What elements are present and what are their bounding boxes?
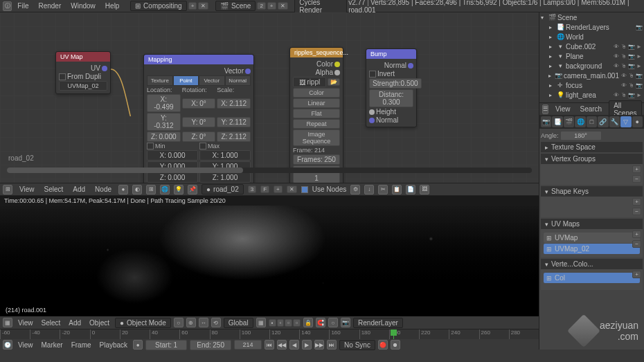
- outliner-item[interactable]: ▸▾Plane👁🖱📷►: [539, 51, 644, 61]
- tab-modifiers[interactable]: 🔧: [609, 116, 620, 127]
- restrict-icon[interactable]: 🖱: [628, 73, 635, 79]
- interpolation[interactable]: Linear: [293, 98, 340, 108]
- from-dupli-checkbox[interactable]: [59, 73, 66, 80]
- restrict-icon[interactable]: 🖱: [620, 63, 627, 69]
- tab-vector[interactable]: Vector: [199, 75, 225, 86]
- outliner-item[interactable]: ▸▾Cube.002👁🖱📷►: [539, 42, 644, 51]
- remove-scene-button[interactable]: ✕: [278, 2, 288, 10]
- outliner-item[interactable]: ▸💡light_area👁🖱📷►: [539, 90, 644, 100]
- panel-vertex-colors[interactable]: ▾ Verte...Colo...: [541, 259, 643, 269]
- uvmap-item-active[interactable]: ⊞ UVMap_02: [544, 244, 640, 254]
- info-icon[interactable]: ⓘ: [3, 1, 12, 11]
- node-mapping[interactable]: Mapping Vector Texture Point Vector Norm…: [143, 54, 254, 183]
- tab-render[interactable]: 📷: [541, 116, 551, 127]
- play-reverse-icon[interactable]: ◀: [289, 340, 299, 350]
- restrict-icon[interactable]: 👁: [613, 63, 620, 69]
- manipulator-icon[interactable]: ↔: [199, 318, 208, 327]
- loc-z[interactable]: Z: 0.000: [147, 132, 181, 142]
- outliner-item[interactable]: ▸🌐World: [539, 32, 644, 42]
- scene-dropdown[interactable]: 🎬Scene: [215, 1, 256, 11]
- restrict-icon[interactable]: 📷: [636, 24, 643, 30]
- distance-field[interactable]: Distanc: 0.300: [369, 89, 413, 107]
- renderlayer-dropdown[interactable]: RenderLayer: [353, 318, 403, 328]
- menu-playback[interactable]: Playback: [97, 341, 131, 350]
- remove-button[interactable]: −: [632, 208, 641, 215]
- rot-x[interactable]: X: 0°: [182, 98, 216, 109]
- extension[interactable]: Repeat: [293, 119, 340, 129]
- node-options-icon[interactable]: ⚙: [350, 185, 360, 194]
- tab-layers[interactable]: 📑: [552, 116, 562, 127]
- start-frame[interactable]: Start: 1: [145, 340, 187, 350]
- orientation-dropdown[interactable]: Global: [224, 318, 253, 328]
- disclosure-icon[interactable]: ▾: [541, 15, 546, 21]
- node-uvmap[interactable]: UV Map UV From Dupli UVMap_02: [55, 51, 111, 94]
- timeline[interactable]: -60 -40 -20 0 20 40 60 80 100 120 140 16…: [0, 329, 539, 350]
- rot-y[interactable]: Y: 0°: [182, 117, 216, 127]
- max-x[interactable]: X: 1.000: [199, 150, 251, 161]
- add-button[interactable]: +: [632, 230, 641, 238]
- scale-z[interactable]: Z: 2.112: [217, 132, 251, 142]
- menu-node[interactable]: Node: [92, 185, 114, 194]
- proportional-icon[interactable]: ○: [328, 318, 338, 327]
- vcolor-item[interactable]: ⊞ Col: [544, 273, 640, 283]
- menu-object[interactable]: Object: [87, 318, 112, 327]
- tab-constraints[interactable]: 🔗: [598, 116, 608, 127]
- next-key-icon[interactable]: ▶▶: [314, 340, 324, 350]
- restrict-icon[interactable]: 🖱: [620, 92, 627, 98]
- disclosure-icon[interactable]: ▸: [549, 92, 555, 98]
- remove-button[interactable]: −: [632, 240, 641, 248]
- restrict-icon[interactable]: 🖱: [628, 82, 635, 89]
- strength-field[interactable]: Strength:0.500: [369, 78, 422, 89]
- restrict-icon[interactable]: ►: [636, 63, 643, 69]
- max-checkbox[interactable]: [199, 143, 206, 150]
- outliner[interactable]: ▾🎬Scene ▸📑RenderLayers📷▸🌐World▸▾Cube.002…: [539, 12, 644, 102]
- jump-end-icon[interactable]: ⏭: [327, 340, 337, 350]
- loc-y[interactable]: Y: -0.312: [147, 113, 181, 131]
- restrict-icon[interactable]: 📷: [636, 73, 643, 79]
- add-layout-button[interactable]: +: [188, 2, 197, 10]
- mode-dropdown[interactable]: ● Object Mode: [115, 318, 171, 328]
- current-frame[interactable]: 214: [234, 340, 262, 350]
- rot-z[interactable]: Z: 0°: [182, 132, 216, 142]
- restrict-icon[interactable]: 📷: [628, 53, 635, 60]
- tab-world[interactable]: 🌐: [575, 116, 585, 127]
- add-button[interactable]: +: [632, 198, 641, 206]
- material-dropdown[interactable]: ● road_02: [202, 184, 244, 194]
- panel-shape-keys[interactable]: ▾ Shape Keys: [541, 186, 643, 197]
- tab-point[interactable]: Point: [173, 75, 199, 86]
- menu-view[interactable]: View: [15, 341, 36, 350]
- node-editor-scrollbar[interactable]: [7, 168, 532, 173]
- menu-search[interactable]: Search: [578, 105, 605, 114]
- menu-window[interactable]: Window: [66, 1, 100, 11]
- restrict-icon[interactable]: 👁: [620, 82, 627, 89]
- restrict-icon[interactable]: ►: [636, 92, 643, 98]
- loc-x[interactable]: X: -0.499: [147, 94, 181, 112]
- editor-type-icon[interactable]: ⊞: [3, 185, 12, 194]
- end-frame[interactable]: End: 250: [190, 340, 231, 350]
- tab-scene[interactable]: 🎬: [564, 116, 574, 127]
- remove-button[interactable]: −: [632, 175, 641, 183]
- menu-add[interactable]: Add: [66, 318, 84, 327]
- restrict-icon[interactable]: 🖱: [620, 53, 627, 60]
- image-datablock[interactable]: 🖼 rippl: [293, 77, 326, 87]
- autokey-icon[interactable]: 🔴: [378, 340, 388, 350]
- tab-object[interactable]: □: [587, 116, 597, 127]
- disclosure-icon[interactable]: ▸: [549, 82, 555, 89]
- restrict-icon[interactable]: 👁: [613, 53, 620, 60]
- screen-layout-dropdown[interactable]: ⊞Compositing: [130, 1, 187, 11]
- color-space[interactable]: Color: [293, 88, 340, 98]
- menu-render[interactable]: Render: [34, 1, 65, 11]
- restrict-icon[interactable]: ►: [636, 53, 643, 60]
- panel-texture-space[interactable]: ▸ Texture Space: [541, 142, 643, 152]
- pin-icon[interactable]: 📌: [188, 185, 197, 194]
- remove-layout-button[interactable]: ✕: [198, 2, 208, 10]
- outliner-item[interactable]: ▸✛focus👁🖱📷: [539, 80, 644, 90]
- editor-type-icon[interactable]: 🕐: [3, 340, 12, 350]
- menu-select[interactable]: Select: [39, 318, 64, 327]
- disclosure-icon[interactable]: ▸: [549, 63, 555, 69]
- menu-frame[interactable]: Frame: [69, 341, 94, 350]
- disclosure-icon[interactable]: ▸: [549, 44, 555, 50]
- render-preview-icon[interactable]: 📷: [341, 318, 350, 327]
- frames-field[interactable]: Frames: 250: [293, 154, 340, 165]
- uvmap-select[interactable]: UVMap_02: [59, 81, 107, 91]
